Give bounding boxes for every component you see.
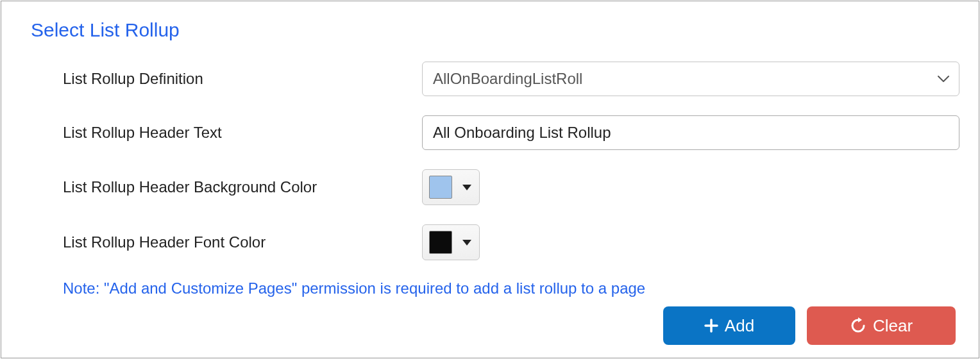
row-bg-color: List Rollup Header Background Color: [1, 169, 979, 205]
row-font-color: List Rollup Header Font Color: [1, 224, 979, 260]
label-header-text: List Rollup Header Text: [63, 124, 422, 142]
color-swatch-bg: [429, 176, 452, 199]
label-font-color: List Rollup Header Font Color: [63, 233, 422, 251]
section-title: Select List Rollup: [31, 19, 979, 41]
caret-down-icon: [462, 240, 471, 246]
select-list-rollup-panel: Select List Rollup List Rollup Definitio…: [1, 1, 979, 358]
row-definition: List Rollup Definition AllOnBoardingList…: [1, 62, 979, 96]
permission-note: Note: "Add and Customize Pages" permissi…: [63, 280, 979, 297]
row-header-text: List Rollup Header Text: [1, 115, 979, 150]
label-bg-color: List Rollup Header Background Color: [63, 178, 422, 196]
color-picker-font[interactable]: [422, 224, 480, 260]
color-picker-bg[interactable]: [422, 169, 480, 205]
form-area: List Rollup Definition AllOnBoardingList…: [1, 62, 979, 260]
select-definition-value: AllOnBoardingListRoll: [422, 62, 959, 96]
caret-down-icon: [462, 185, 471, 190]
select-definition[interactable]: AllOnBoardingListRoll: [422, 62, 959, 96]
add-button-label: Add: [725, 316, 754, 336]
clear-button[interactable]: Clear: [807, 306, 956, 345]
add-button[interactable]: Add: [663, 306, 795, 345]
button-row: Add Clear: [1, 306, 979, 345]
color-swatch-font: [429, 231, 452, 254]
clear-button-label: Clear: [873, 316, 913, 336]
plus-icon: [704, 319, 718, 333]
refresh-icon: [850, 317, 866, 334]
label-definition: List Rollup Definition: [63, 70, 422, 88]
input-header-text[interactable]: [422, 115, 959, 150]
